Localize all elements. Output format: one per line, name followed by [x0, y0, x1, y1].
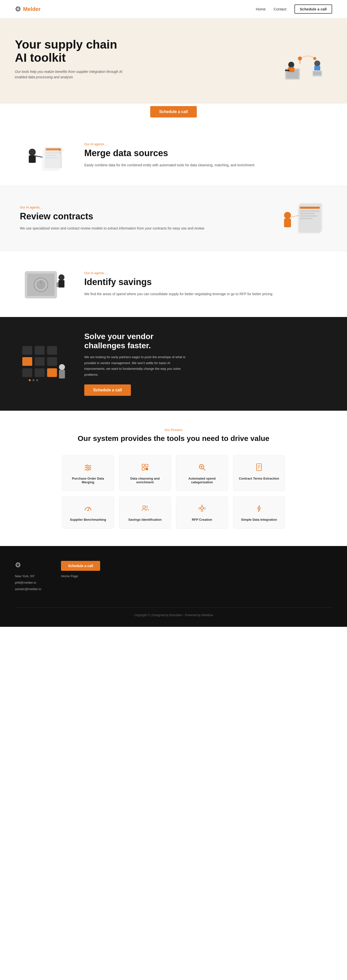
svg-point-6: [314, 60, 320, 67]
svg-rect-47: [47, 368, 57, 377]
feature-merge: Our AI agents.... Merge data sources Eas…: [0, 125, 347, 186]
hero-cta-wrap: Schedule a call: [0, 103, 347, 125]
feature-contracts-title: Review contracts: [20, 211, 263, 221]
svg-rect-9: [313, 71, 322, 76]
svg-rect-27: [300, 218, 312, 219]
feature-savings: Our AI agents.... Identify savings We fi…: [0, 251, 347, 317]
nav-contact[interactable]: Contact: [274, 7, 287, 11]
dark-content: Solve your vendor challenges faster. We …: [84, 332, 188, 396]
features-section: Our AI agents.... Merge data sources Eas…: [0, 125, 347, 317]
svg-rect-38: [59, 280, 64, 288]
process-card: RFP Creation: [176, 496, 228, 529]
process-card-label: RFP Creation: [192, 518, 212, 522]
process-card-icon: [83, 503, 93, 514]
footer-nav: Schedule a call Home Page: [61, 561, 100, 578]
process-card-label: Savings Identification: [128, 518, 162, 522]
logo: ⚙ Melder: [15, 5, 41, 13]
process-card-icon: [197, 503, 207, 514]
svg-point-2: [288, 62, 294, 68]
svg-rect-40: [35, 346, 45, 355]
process-card: Automated spend categorization: [176, 455, 228, 491]
feature-savings-illustration: [20, 264, 69, 304]
svg-marker-80: [258, 505, 261, 512]
svg-rect-18: [29, 155, 36, 163]
feature-merge-illustration: [20, 137, 69, 173]
svg-rect-26: [300, 215, 317, 216]
svg-point-48: [59, 364, 65, 370]
process-card-label: Contract Terms Extraction: [239, 477, 279, 480]
svg-point-52: [36, 379, 38, 381]
process-card-label: Automated spend categorization: [180, 477, 224, 484]
svg-point-56: [86, 465, 88, 466]
nav-links: Home Contact Schedule a call: [256, 5, 332, 14]
svg-point-37: [59, 274, 64, 280]
svg-rect-42: [22, 357, 32, 366]
svg-rect-60: [145, 464, 148, 467]
process-card-label: Data cleansing and enrichment: [123, 477, 167, 484]
svg-point-17: [29, 149, 36, 156]
svg-line-19: [35, 156, 42, 157]
svg-rect-29: [284, 219, 291, 227]
footer-cta-button[interactable]: Schedule a call: [61, 561, 100, 571]
svg-point-75: [201, 507, 203, 509]
footer-home-link[interactable]: Home Page: [61, 574, 100, 578]
process-card: Purchase Order Data Merging: [62, 455, 114, 491]
svg-rect-59: [142, 464, 145, 467]
footer-address: New York, NY phil@melder.io ashwin@melde…: [15, 573, 41, 592]
svg-rect-23: [300, 207, 320, 209]
process-card: Simple Data Integration: [233, 496, 285, 529]
svg-rect-45: [22, 368, 32, 377]
process-card-icon: [254, 462, 264, 473]
feature-contracts-illustration: [278, 198, 327, 239]
svg-point-78: [199, 508, 201, 509]
hero-svg: [278, 44, 332, 83]
nav-cta-button[interactable]: Schedule a call: [294, 5, 332, 14]
feature-savings-desc: We find the areas of spend where you can…: [84, 291, 327, 297]
svg-point-77: [201, 510, 203, 512]
svg-rect-39: [22, 346, 32, 355]
footer-top: ⚙ New York, NY phil@melder.io ashwin@mel…: [15, 561, 332, 592]
svg-point-73: [143, 506, 145, 508]
svg-point-50: [29, 379, 31, 381]
process-card-icon: [197, 462, 207, 473]
feature-savings-label: Our AI agents....: [84, 271, 327, 275]
feature-contracts-desc: We use specialized vision and contract r…: [20, 226, 263, 231]
footer-email1: phil@melder.io: [15, 579, 41, 586]
feature-contracts-text: Our AI agents.... Review contracts We us…: [20, 205, 263, 231]
process-card: Supplier Benchmarking: [62, 496, 114, 529]
svg-rect-4: [285, 70, 290, 71]
process-card-icon: [140, 462, 150, 473]
dark-cta-button[interactable]: Schedule a call: [84, 384, 131, 396]
footer-logo-section: ⚙ New York, NY phil@melder.io ashwin@mel…: [15, 561, 41, 592]
hero-illustration: [278, 44, 332, 83]
hero-title: Your supply chain AI toolkit: [15, 38, 129, 64]
svg-rect-46: [35, 368, 45, 377]
svg-point-74: [146, 506, 148, 508]
svg-rect-43: [35, 357, 45, 366]
svg-point-58: [87, 469, 89, 471]
nav-home[interactable]: Home: [256, 7, 266, 11]
footer-city: New York, NY: [15, 573, 41, 579]
hero-cta-button[interactable]: Schedule a call: [150, 106, 197, 118]
feature-contracts: Our AI agents.... Review contracts We us…: [0, 186, 347, 251]
process-card: Contract Terms Extraction: [233, 455, 285, 491]
svg-rect-62: [145, 468, 148, 470]
footer-email2: ashwin@melder.io: [15, 586, 41, 592]
svg-rect-16: [42, 150, 59, 171]
svg-point-10: [313, 57, 316, 60]
footer-bottom: Copyright © | Designed by Brandbes - Pow…: [15, 607, 332, 617]
svg-rect-67: [256, 464, 261, 471]
dark-section: Solve your vendor challenges faster. We …: [0, 317, 347, 411]
hero-subtitle: Our tools help you realize benefits from…: [15, 69, 129, 80]
svg-point-51: [32, 379, 35, 381]
process-card-label: Simple Data Integration: [241, 518, 277, 522]
navbar: ⚙ Melder Home Contact Schedule a call: [0, 0, 347, 18]
svg-point-28: [284, 212, 291, 219]
feature-merge-label: Our AI agents....: [84, 142, 327, 146]
hero-section: Your supply chain AI toolkit Our tools h…: [0, 18, 347, 103]
process-card-label: Purchase Order Data Merging: [66, 477, 110, 484]
svg-rect-25: [300, 213, 315, 214]
process-card-label: Supplier Benchmarking: [70, 518, 106, 522]
svg-point-72: [88, 509, 89, 511]
footer-logo: ⚙: [15, 561, 41, 569]
